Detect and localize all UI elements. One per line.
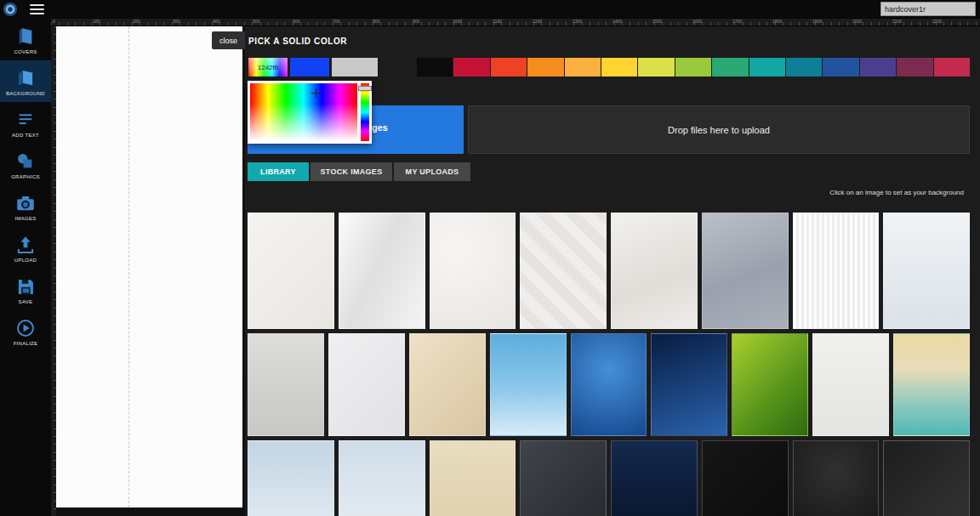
ruler-tick-label: 600: [293, 19, 299, 24]
hue-slider[interactable]: [361, 83, 369, 141]
bg-thumbnail-striped-white[interactable]: [793, 213, 880, 329]
palette-swatch[interactable]: [712, 58, 748, 77]
palette-swatch[interactable]: [565, 58, 601, 77]
gallery-tabs: LIBRARYSTOCK IMAGESMY UPLOADS: [248, 162, 470, 181]
gallery-hint: Click on an image to set as your backgro…: [829, 189, 964, 196]
solid-color-row: 1242f6: [248, 58, 970, 77]
ruler-tick-label: 1000: [453, 19, 462, 24]
gallery-row: [248, 333, 970, 436]
gallery-row: [248, 213, 970, 329]
palette-swatch[interactable]: [638, 58, 674, 77]
upload-icon: [14, 234, 37, 256]
sidebar-item-label: GRAPHICS: [11, 174, 40, 179]
palette-swatch[interactable]: [527, 58, 563, 77]
hue-slider-handle[interactable]: [358, 86, 372, 91]
bg-thumbnail-dark-slate[interactable]: [520, 440, 607, 516]
picker-crosshair-icon[interactable]: [311, 88, 321, 98]
bg-thumbnail-black-matte[interactable]: [702, 440, 789, 516]
palette-swatch[interactable]: [453, 58, 489, 77]
menu-icon[interactable]: [30, 4, 44, 14]
palette-swatch[interactable]: [675, 58, 711, 77]
search-images-label: ges: [372, 122, 388, 133]
palette-swatch[interactable]: [897, 58, 932, 77]
camera-icon: [14, 192, 37, 214]
bg-thumbnail-off-white[interactable]: [812, 333, 889, 436]
bg-thumbnail-parchment[interactable]: [409, 333, 486, 436]
palette-swatch[interactable]: [823, 58, 858, 77]
tab-my-uploads[interactable]: MY UPLOADS: [394, 162, 470, 181]
bg-thumbnail-blue-radial[interactable]: [571, 333, 647, 436]
bg-thumbnail-silk-white[interactable]: [339, 213, 425, 329]
ruler-tick-label: 1100: [493, 19, 502, 24]
ruler-tick-label: 2100: [892, 19, 902, 24]
ruler-tick-label: 1300: [573, 19, 582, 24]
close-button[interactable]: close: [212, 31, 245, 49]
palette-swatch[interactable]: [749, 58, 785, 77]
color-picker-popup: [248, 81, 372, 144]
ruler-vertical: [51, 26, 56, 516]
bg-thumbnail-light-gray[interactable]: [248, 333, 324, 436]
palette-swatch[interactable]: [491, 58, 527, 77]
upload-dropzone[interactable]: Drop files here to upload: [468, 105, 970, 154]
text-lines-icon: [14, 109, 37, 131]
design-canvas[interactable]: [56, 26, 242, 507]
palette-swatch[interactable]: [601, 58, 637, 77]
saturation-field[interactable]: [250, 83, 357, 141]
bg-thumbnail-beige-paper[interactable]: [430, 440, 516, 516]
bg-thumbnail-sky-clouds[interactable]: [490, 333, 567, 436]
ruler-tick-label: 100: [93, 19, 100, 24]
sidebar-item-upload[interactable]: UPLOAD: [0, 227, 51, 269]
sidebar-item-images[interactable]: IMAGES: [0, 185, 51, 227]
sidebar-item-background[interactable]: BACKGROUND: [0, 60, 51, 102]
palette-swatch[interactable]: [934, 58, 970, 77]
palette-swatch[interactable]: [860, 58, 896, 77]
color-picker-trigger[interactable]: 1242f6: [248, 58, 288, 77]
ruler-tick-label: 1700: [732, 19, 742, 24]
ruler-tick-label: 400: [213, 19, 219, 24]
sidebar-item-add-text[interactable]: ADD TEXT: [0, 102, 51, 144]
bg-thumbnail-paper-white[interactable]: [248, 213, 334, 329]
bg-thumbnail-powder-blue-1[interactable]: [248, 440, 334, 516]
ruler-tick-label: 1900: [812, 19, 822, 24]
ruler-horizontal: 0100200300400500600700800900100011001200…: [51, 19, 980, 26]
tab-stock-images[interactable]: STOCK IMAGES: [311, 162, 392, 181]
ruler-tick-label: 1800: [772, 19, 782, 24]
bg-thumbnail-crumpled-white[interactable]: [611, 213, 698, 329]
bg-thumbnail-powder-blue-2[interactable]: [339, 440, 425, 516]
sidebar-item-label: SAVE: [19, 299, 33, 304]
background-panel: close PICK A SOLID COLOR 1242f6 ges Drop…: [245, 26, 980, 516]
save-icon: [14, 275, 37, 298]
dropzone-label: Drop files here to upload: [668, 125, 770, 135]
bg-thumbnail-pale-blue-sheen[interactable]: [883, 213, 970, 329]
sidebar-item-label: COVERS: [14, 49, 37, 54]
palette-swatch[interactable]: [417, 58, 453, 77]
bg-thumbnail-diamond-white[interactable]: [520, 213, 607, 329]
solid-color-title: PICK A SOLID COLOR: [248, 37, 347, 46]
bg-thumbnail-damask-white[interactable]: [328, 333, 405, 436]
project-name-input[interactable]: [880, 2, 976, 16]
bg-thumbnail-vintage-sky[interactable]: [893, 333, 970, 436]
bg-thumbnail-gray-grunge[interactable]: [702, 213, 789, 329]
neutral-color-swatch[interactable]: [332, 58, 378, 77]
app-logo-icon[interactable]: [3, 2, 18, 17]
palette-swatch[interactable]: [786, 58, 822, 77]
ruler-tick-label: 2200: [932, 19, 942, 24]
gallery-row: [248, 440, 970, 516]
sidebar-item-graphics[interactable]: GRAPHICS: [0, 144, 51, 185]
sidebar-item-covers[interactable]: COVERS: [0, 19, 51, 60]
ruler-tick-label: 800: [373, 19, 379, 24]
bg-thumbnail-starry-night[interactable]: [611, 440, 698, 516]
bg-thumbnail-dark-smoke[interactable]: [883, 440, 970, 516]
ruler-tick-label: 200: [133, 19, 140, 24]
bg-thumbnail-dotted-white[interactable]: [430, 213, 516, 329]
current-color-swatch[interactable]: [290, 58, 329, 77]
tab-library[interactable]: LIBRARY: [248, 162, 309, 181]
ruler-tick-label: 2000: [852, 19, 862, 24]
sidebar-item-save[interactable]: SAVE: [0, 269, 51, 310]
bg-thumbnail-deep-blue[interactable]: [651, 333, 727, 436]
hex-value: 1242f6: [258, 64, 278, 71]
bg-thumbnail-green-field[interactable]: [732, 333, 808, 436]
sidebar-item-finalize[interactable]: FINALIZE: [0, 310, 51, 352]
bg-thumbnail-dark-vignette[interactable]: [793, 440, 880, 516]
shapes-icon: [14, 150, 37, 173]
